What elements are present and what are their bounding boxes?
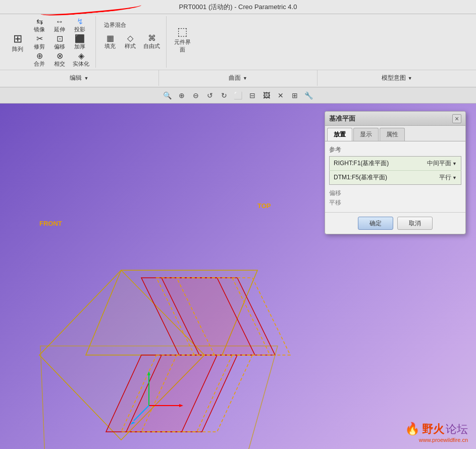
view-btn-image[interactable]: 🖼 [260,89,273,102]
watermark-icon: 🔥 [405,422,420,435]
confirm-button[interactable]: 确定 [358,217,393,230]
toolbar-btn-thicken[interactable]: ⬛ 加厚 [71,34,89,51]
main-canvas: FRONT TOP RIGHT DTM1 基准平面 × 放置 显示 属性 参考 … [0,104,476,449]
view-btn-frame[interactable]: ⬜ [232,89,245,102]
ref-name-1: RIGHT:F1(基准平面) [330,157,412,171]
ref-name-2: DTM1:F5(基准平面) [330,171,412,185]
toolbar-btn-boundary[interactable]: 边界混合 [101,19,129,31]
toolbar-section-model: ⬚ 元件界面 [168,16,197,68]
label-front: FRONT [39,220,62,227]
view-btn-rotate-ccw[interactable]: ↺ [203,89,217,102]
toolbar-btn-trim[interactable]: ✂ 修剪 [30,34,48,51]
toolbar-btn-extend[interactable]: ↔ 延伸 [50,17,69,33]
toolbar-btn-project[interactable]: ↯ 投影 [71,17,89,33]
title-bar: PRT0001 (活动的) - Creo Parametric 4.0 [0,0,476,14]
dialog-titlebar: 基准平面 × [325,112,465,126]
dialog-content: 参考 RIGHT:F1(基准平面) 中间平面 ▼ DTM1:F5(基准平面) [325,141,465,212]
toolbar-btn-offset[interactable]: ⊡ 偏移 [50,34,69,51]
toolbar-label-edit[interactable]: 编辑 ▼ [0,70,159,86]
offset-label: 偏移 [329,189,461,197]
watermark-logo-text: 野火 [422,423,444,435]
toolbar-section-edit: ⊞ 阵列 ⇆ 镜像 ↔ 延伸 ↯ [3,16,96,68]
datum-plane-dialog: 基准平面 × 放置 显示 属性 参考 RIGHT:F1(基准平面) 中间平面 ▼ [325,111,466,234]
dialog-tab-placement[interactable]: 放置 [327,128,352,141]
toolbar-btn-fill[interactable]: ▦ 填充 [101,34,119,50]
view-btn-shading[interactable]: ⊟ [246,89,259,102]
toolbar-btn-solidify[interactable]: ◈ 实体化 [71,52,91,68]
ref-type-1[interactable]: 中间平面 ▼ [412,157,461,171]
toolbar-section-surface: 边界混合 ▦ 填充 ◇ 样式 ⌘ 自由式 [97,16,167,68]
view-btn-zoom-fit[interactable]: 🔍 [161,89,174,102]
translation-label: 平移 [329,198,461,207]
watermark-forum-text: 论坛 [446,423,468,435]
dialog-close-button[interactable]: × [452,114,461,123]
toolbar-btn-merge[interactable]: ⊕ 合并 [30,52,48,68]
dialog-tab-display[interactable]: 显示 [353,128,379,141]
view-btn-zoom-in[interactable]: ⊕ [175,89,188,102]
ref-section-label: 参考 [329,145,461,154]
dialog-tab-properties[interactable]: 属性 [380,128,405,141]
ref-type-2[interactable]: 平行 ▼ [412,171,461,185]
view-toolbar: 🔍 ⊕ ⊖ ↺ ↻ ⬜ ⊟ 🖼 ✕ ⊞ 🔧 [0,87,476,104]
ref-row-1[interactable]: RIGHT:F1(基准平面) 中间平面 ▼ [330,157,461,171]
toolbar-labels: 编辑 ▼ 曲面 ▼ 模型意图 ▼ [0,70,476,86]
toolbar-label-surface[interactable]: 曲面 ▼ [159,70,318,86]
toolbar-btn-component[interactable]: ⬚ 元件界面 [172,21,193,58]
offset-section: 偏移 平移 [329,189,461,207]
toolbar-btn-array[interactable]: ⊞ 阵列 [7,24,28,61]
toolbar-btn-freestyle[interactable]: ⌘ 自由式 [141,34,162,50]
cancel-button[interactable]: 取消 [397,217,433,230]
dialog-title: 基准平面 [329,114,355,123]
view-btn-settings[interactable]: 🔧 [302,89,315,102]
toolbar-btn-intersect[interactable]: ⊗ 相交 [50,52,69,68]
watermark: 🔥 野火 论坛 www.proewildfire.cn [405,422,468,443]
app-title: PRT0001 (活动的) - Creo Parametric 4.0 [179,3,297,12]
label-top: TOP [257,202,271,210]
dialog-buttons: 确定 取消 [325,212,465,234]
references-table: RIGHT:F1(基准平面) 中间平面 ▼ DTM1:F5(基准平面) 平行 ▼ [329,156,461,185]
dialog-tabs: 放置 显示 属性 [325,126,465,141]
toolbar-btn-mirror[interactable]: ⇆ 镜像 [30,17,48,33]
view-btn-zoom-out[interactable]: ⊖ [189,89,202,102]
view-btn-rotate-cw[interactable]: ↻ [218,89,231,102]
toolbar: ⊞ 阵列 ⇆ 镜像 ↔ 延伸 ↯ [0,14,476,87]
view-btn-grid[interactable]: ⊞ [288,89,301,102]
toolbar-label-model[interactable]: 模型意图 ▼ [318,70,476,86]
toolbar-btn-style[interactable]: ◇ 样式 [121,34,139,50]
watermark-url: www.proewildfire.cn [405,437,468,443]
ref-row-2[interactable]: DTM1:F5(基准平面) 平行 ▼ [330,171,461,185]
view-btn-close[interactable]: ✕ [274,89,287,102]
